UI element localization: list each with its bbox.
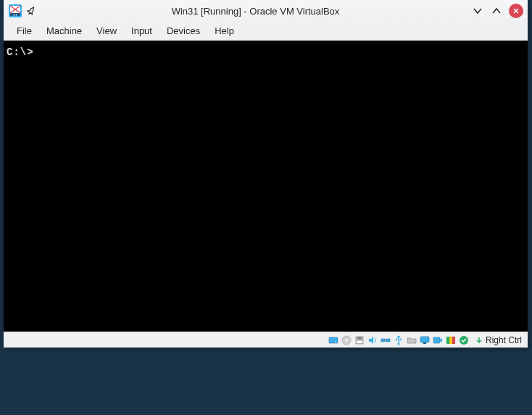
menu-input[interactable]: Input <box>125 23 158 38</box>
network-icon[interactable] <box>380 334 391 346</box>
cpu-indicator-icon[interactable] <box>445 334 457 346</box>
virtualbox-window: 3.1 Win31 [Running] - Oracle VM VirtualB… <box>4 0 528 348</box>
svg-rect-20 <box>446 337 449 344</box>
svg-rect-18 <box>423 342 426 344</box>
svg-rect-21 <box>449 337 452 344</box>
svg-rect-12 <box>357 341 362 343</box>
menubar: File Machine View Input Devices Help <box>4 22 528 41</box>
menu-devices[interactable]: Devices <box>161 23 206 38</box>
dos-prompt: C:\> <box>7 46 34 58</box>
host-key-indicator[interactable]: Right Ctrl <box>474 335 522 345</box>
close-button[interactable] <box>509 4 523 18</box>
minimize-button[interactable] <box>471 4 484 17</box>
recording-icon[interactable] <box>432 334 444 346</box>
host-key-label: Right Ctrl <box>486 335 522 345</box>
shared-folders-icon[interactable] <box>406 334 417 346</box>
window-title: Win31 [Running] - Oracle VM VirtualBox <box>40 6 471 17</box>
audio-icon[interactable] <box>367 334 378 346</box>
optical-disk-icon[interactable] <box>341 334 352 346</box>
floppy-icon[interactable] <box>354 334 365 346</box>
svg-point-16 <box>397 342 399 345</box>
menu-view[interactable]: View <box>91 23 122 38</box>
svg-rect-17 <box>420 337 429 342</box>
mouse-integration-icon[interactable] <box>458 334 470 346</box>
maximize-button[interactable] <box>490 4 503 17</box>
svg-rect-6 <box>329 337 338 343</box>
svg-text:3.1: 3.1 <box>13 13 17 17</box>
svg-point-7 <box>335 341 336 342</box>
statusbar: Right Ctrl <box>4 332 528 348</box>
menu-help[interactable]: Help <box>209 23 240 38</box>
hard-disk-icon[interactable] <box>328 334 339 346</box>
menu-machine[interactable]: Machine <box>41 23 88 38</box>
usb-icon[interactable] <box>393 334 404 346</box>
window-controls <box>471 4 523 18</box>
titlebar[interactable]: 3.1 Win31 [Running] - Oracle VM VirtualB… <box>4 0 528 22</box>
menu-file[interactable]: File <box>11 23 38 38</box>
svg-rect-19 <box>433 337 440 343</box>
svg-point-9 <box>345 339 347 341</box>
pin-icon[interactable] <box>25 5 37 17</box>
svg-rect-11 <box>357 337 362 340</box>
svg-rect-14 <box>386 339 390 342</box>
vm-display[interactable]: C:\> <box>4 41 528 332</box>
display-icon[interactable] <box>419 334 431 346</box>
svg-rect-22 <box>452 337 455 344</box>
svg-rect-13 <box>381 339 385 342</box>
arrow-down-icon <box>474 335 484 345</box>
app-icon: 3.1 <box>8 4 22 18</box>
